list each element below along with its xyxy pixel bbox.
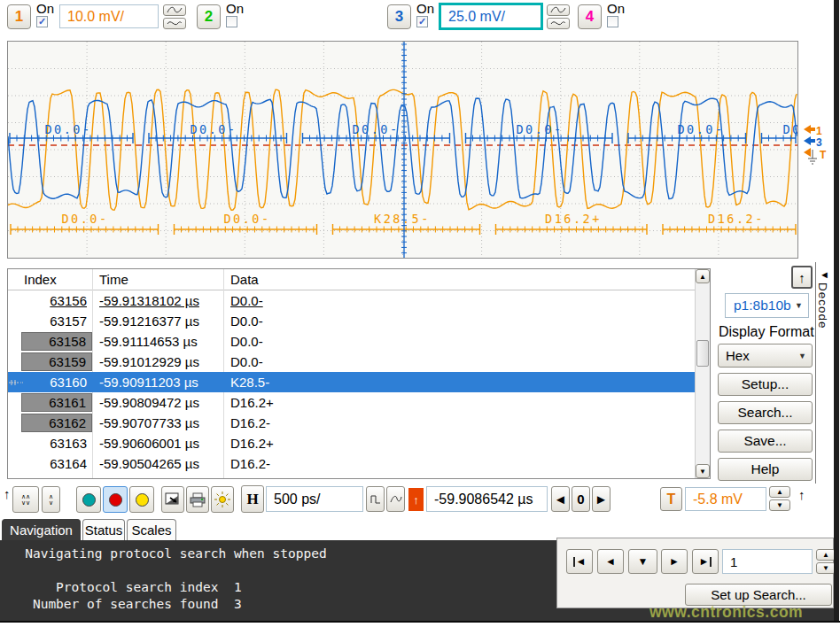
pulse-icon [370,494,381,505]
single-button[interactable] [129,486,154,513]
table-row[interactable]: 63159 -59.91012929 µs D0.0- [8,352,696,372]
sine-icon [167,19,183,27]
display-brightness-button[interactable] [211,486,234,513]
table-row[interactable]: 63161 -59.90809472 µs D16.2+ [8,392,696,413]
position-zero-button[interactable]: 0 [572,486,590,512]
channel-markers: 1 3 T [800,123,834,169]
table-scrollbar[interactable]: ▲ ▼ [695,269,710,478]
channel-1-scale-field[interactable]: 10.0 mV/ [59,4,159,28]
channel-1-scale-down-button[interactable] [163,18,186,29]
last-result-button[interactable]: ► [692,549,719,574]
stop-button[interactable] [103,486,128,513]
timebase-zoom-out-button[interactable] [386,486,405,512]
trigger-setup-button[interactable]: T [660,487,682,511]
scrollbar-thumb[interactable] [696,340,709,367]
next-result-button[interactable]: ► [661,549,688,574]
decode-label: D0.0- [223,212,270,226]
collapse-listing-button[interactable]: ↑ [791,266,813,289]
channel-3-on-checkbox[interactable] [416,16,428,27]
channel-1-on-checkbox[interactable] [36,16,48,27]
decode-sidebar-tab[interactable]: ◄ Decode [815,262,833,484]
channel-3-scale-down-button[interactable] [547,18,570,29]
channel-2-on-checkbox[interactable] [226,16,237,27]
display-format-dropdown[interactable]: Hex▼ [718,344,813,368]
table-row[interactable]: 63156 -59.91318102 µs D0.0- [8,290,696,311]
horizontal-position-field[interactable]: -59.9086542 µs [426,486,548,512]
search-navigation-panel: ◄ ◄ ▼ ► ► 1 ▲ ▼ Set up Search... [556,538,834,608]
sine-icon [390,495,402,504]
trigger-level-up-button[interactable]: ▲ [769,486,790,498]
channel-1-marker-icon [804,125,811,134]
search-button[interactable]: Search... [718,401,813,424]
decode-label: D0.0- [677,122,724,136]
pan-single-button[interactable]: ∧∨ [42,486,60,513]
sun-icon [214,492,230,507]
save-button[interactable]: Save... [718,430,813,453]
row-cursor-icon [9,376,24,388]
channel-1-scale-up-button[interactable] [163,4,186,16]
channel-3-scale-field[interactable]: 25.0 mV/ [439,3,543,30]
screen-copy-button[interactable] [161,486,184,513]
position-right-button[interactable]: ► [592,486,611,512]
pan-double-button[interactable]: ∧∧∨∨ [12,486,39,513]
first-result-button[interactable]: ◄ [566,549,593,574]
svg-text:3: 3 [816,136,822,149]
channel-3-on-label: On [416,2,434,15]
decode-table: Index Time Data 63156 -59.91318102 µs D0… [7,268,711,479]
channel-3-marker-icon [804,136,811,145]
marker-up-icon: ↑ [4,486,11,501]
previous-result-button[interactable]: ◄ [597,549,624,574]
position-left-button[interactable]: ◄ [551,486,570,512]
sine-icon [550,6,566,14]
scroll-up-button[interactable]: ▲ [696,269,710,283]
run-icon [82,493,96,507]
table-row[interactable]: 63164 -59.90504265 µs D16.2- [8,453,696,474]
table-row-selected[interactable]: 63160 -59.90911203 µs K28.5- [8,372,696,392]
help-button[interactable]: Help [718,458,813,481]
tab-navigation[interactable]: Navigation [2,519,81,540]
run-button[interactable] [76,486,101,513]
channel-1-on-label: On [36,2,54,15]
table-row[interactable]: 63158 -59.91114653 µs D0.0- [8,331,696,352]
decode-probe-dropdown[interactable]: p1:8b10b▼ [725,293,809,318]
sine-icon [550,19,566,27]
setup-button[interactable]: Setup... [718,373,813,396]
column-header-index[interactable]: Index [8,272,92,287]
tab-scales[interactable]: Scales [127,519,176,540]
result-dropdown-button[interactable]: ▼ [628,549,657,574]
table-row[interactable]: 63162 -59.90707733 µs D16.2- [8,413,696,433]
svg-text:1: 1 [816,125,822,137]
scroll-down-button[interactable]: ▼ [696,464,710,478]
channel-4-on-checkbox[interactable] [607,16,618,27]
index-up-button[interactable]: ▲ [816,549,836,561]
column-header-data[interactable]: Data [223,272,696,287]
single-icon [136,493,149,507]
table-row[interactable]: 63163 -59.90606001 µs D16.2+ [8,433,696,453]
channel-1-button[interactable]: 1 [7,4,31,29]
oscilloscope-app: 1 On 10.0 mV/ 2 On 3 On 25.0 mV/ 4 On D0… [0,0,840,627]
sine-icon [167,6,183,14]
channel-3-scale-up-button[interactable] [547,4,570,16]
table-row[interactable]: 63157 -59.91216377 µs D0.0- [8,311,696,331]
index-down-button[interactable]: ▼ [816,562,836,574]
channel-4-button[interactable]: 4 [578,4,602,29]
column-header-time[interactable]: Time [92,272,223,287]
trigger-marker-icon [804,148,811,157]
window-edge [834,0,839,622]
tab-status[interactable]: Status [82,519,125,540]
channel-4-on-label: On [607,2,625,15]
timebase-zoom-in-button[interactable] [366,486,385,512]
channel-3-button[interactable]: 3 [387,4,411,29]
trigger-level-field[interactable]: -5.8 mV [685,487,766,511]
trigger-position-icon: ↑ [408,488,424,511]
search-index-field[interactable]: 1 [722,549,813,574]
trigger-marker-up-icon: ↑ [798,487,805,502]
channel-2-button[interactable]: 2 [197,4,221,29]
print-button[interactable] [186,486,209,513]
screen-copy-icon [165,492,181,507]
timebase-field[interactable]: 500 ps/ [266,486,363,512]
trigger-level-down-button[interactable]: ▼ [769,499,790,511]
horizontal-setup-button[interactable]: H [241,485,264,513]
chevron-down-icon: ▼ [795,301,803,310]
printer-icon [189,492,206,507]
